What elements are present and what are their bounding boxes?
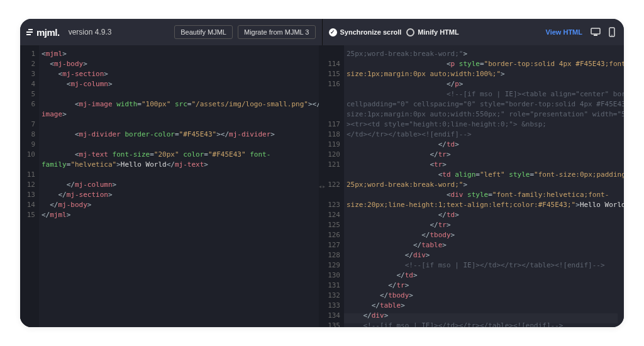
check-circle-icon: ✓ (329, 28, 337, 36)
app-window: mjml. version 4.9.3 Beautify MJML Migrat… (20, 19, 624, 327)
html-output-pane[interactable]: 114115116 117118119120121 122 1231241251… (325, 45, 624, 327)
view-html-link[interactable]: View HTML (546, 28, 582, 36)
line-gutter-right: 114115116 117118119120121 122 1231241251… (325, 45, 344, 327)
editor-split: 123456 78910 1112131415 <mjml> <mj-body>… (20, 45, 624, 327)
mjml-code[interactable]: <mjml> <mj-body> <mj-section> <mj-column… (39, 45, 319, 327)
desktop-preview-icon[interactable] (590, 26, 601, 38)
toolbar: mjml. version 4.9.3 Beautify MJML Migrat… (20, 19, 624, 45)
version-label: version 4.9.3 (69, 28, 112, 36)
line-gutter-left: 123456 78910 1112131415 (20, 45, 39, 327)
sync-scroll-label: Synchronize scroll (340, 28, 402, 36)
mjml-editor-pane[interactable]: 123456 78910 1112131415 <mjml> <mj-body>… (20, 45, 319, 327)
logo[interactable]: mjml. (26, 27, 60, 38)
pane-splitter[interactable]: ◂ ▸ (319, 45, 325, 327)
minify-html-toggle[interactable]: Minify HTML (406, 28, 458, 36)
mobile-preview-icon[interactable] (606, 26, 618, 38)
toolbar-left: mjml. version 4.9.3 Beautify MJML Migrat… (20, 19, 322, 45)
html-code[interactable]: 25px;word-break:break-word;"> <p style="… (344, 45, 624, 327)
radio-circle-icon (406, 28, 414, 36)
synchronize-scroll-toggle[interactable]: ✓ Synchronize scroll (329, 28, 402, 36)
svg-rect-0 (591, 28, 600, 34)
svg-point-3 (611, 35, 613, 36)
beautify-button[interactable]: Beautify MJML (174, 25, 233, 39)
toolbar-right: ✓ Synchronize scroll Minify HTML View HT… (322, 19, 625, 45)
brand-text: mjml. (36, 27, 60, 38)
svg-rect-1 (594, 35, 597, 36)
chevron-left-icon: ◂ (319, 184, 321, 189)
logo-bars-icon (26, 29, 33, 35)
minify-label: Minify HTML (418, 28, 458, 36)
migrate-button[interactable]: Migrate from MJML 3 (238, 25, 316, 39)
